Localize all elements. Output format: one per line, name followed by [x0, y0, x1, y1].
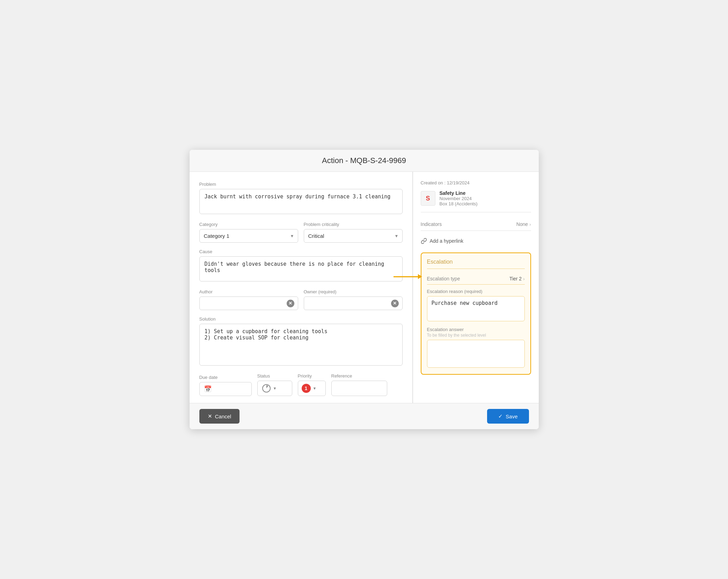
cause-input[interactable]: [199, 256, 403, 281]
solution-group: Solution: [199, 316, 403, 367]
escalation-title: Escalation: [427, 259, 525, 269]
escalation-answer-input[interactable]: [427, 340, 525, 368]
reference-group: Reference: [331, 373, 387, 396]
cause-group: Cause: [199, 249, 403, 283]
due-date-input[interactable]: 📅: [199, 382, 252, 396]
dialog-title: Action - MQB-S-24-9969: [201, 156, 528, 165]
cause-label: Cause: [199, 249, 403, 254]
cancel-icon: ✕: [208, 413, 212, 419]
save-checkmark-icon: ✓: [498, 413, 503, 419]
dialog-body: Problem Category Category 1 ▼ Problem cr…: [190, 172, 539, 403]
criticality-select[interactable]: Critical: [304, 229, 402, 242]
category-group: Category Category 1 ▼: [199, 222, 298, 243]
dialog-header: Action - MQB-S-24-9969: [190, 150, 539, 172]
dialog-footer: ✕ Cancel ✓ Save: [190, 403, 539, 429]
priority-label: Priority: [298, 373, 326, 379]
owner-label: Owner (required): [304, 289, 403, 294]
escalation-answer-group: Escalation answer To be filled by the se…: [427, 327, 525, 369]
reference-input[interactable]: [331, 381, 387, 396]
status-select[interactable]: ▼: [257, 381, 292, 396]
category-select[interactable]: Category 1: [200, 229, 298, 242]
escalation-answer-hint: To be filled by the selected level: [427, 333, 525, 338]
bottom-row: Due date 📅 Status ▼: [199, 373, 403, 396]
author-clear-button[interactable]: ✕: [287, 300, 294, 307]
author-owner-row: Author Erwan Cazaux ✕ Owner (required) E…: [199, 289, 403, 316]
arrow-line: [394, 276, 418, 277]
escalation-type-row[interactable]: Escalation type Tier 2 ›: [427, 273, 525, 285]
escalation-type-value: Tier 2 ›: [509, 276, 525, 281]
criticality-group: Problem criticality Critical ▼: [304, 222, 403, 243]
category-label: Category: [199, 222, 298, 227]
escalation-answer-label: Escalation answer: [427, 327, 525, 332]
cancel-label: Cancel: [215, 413, 231, 419]
criticality-select-wrapper[interactable]: Critical ▼: [304, 229, 403, 243]
created-on: Created on : 12/19/2024: [421, 180, 531, 185]
action-dialog: Action - MQB-S-24-9969 Problem Category …: [190, 150, 539, 429]
record-name: Safety Line: [440, 190, 478, 196]
owner-input[interactable]: Erwan Cazaux: [304, 297, 402, 310]
priority-group: Priority 1 ▼: [298, 373, 326, 396]
owner-input-wrapper: Erwan Cazaux ✕: [304, 296, 403, 310]
save-label: Save: [506, 413, 517, 419]
save-button[interactable]: ✓ Save: [487, 409, 529, 424]
author-input-wrapper: Erwan Cazaux ✕: [199, 296, 298, 310]
record-info: Safety Line November 2024 Box 18 (Accide…: [440, 190, 478, 206]
record-sub1: November 2024: [440, 196, 478, 201]
author-group: Author Erwan Cazaux ✕: [199, 289, 298, 310]
escalation-reason-group: Escalation reason (required): [427, 289, 525, 327]
link-icon: [421, 238, 427, 244]
owner-clear-button[interactable]: ✕: [391, 300, 399, 307]
escalation-reason-label: Escalation reason (required): [427, 289, 525, 294]
reference-label: Reference: [331, 373, 387, 379]
status-label: Status: [257, 373, 292, 379]
status-icon: [262, 384, 271, 393]
record-icon: S: [421, 191, 435, 206]
status-group: Status ▼: [257, 373, 292, 396]
escalation-type-chevron-icon: ›: [523, 276, 524, 281]
solution-label: Solution: [199, 316, 403, 322]
problem-input[interactable]: [199, 189, 403, 214]
due-date-label: Due date: [199, 375, 252, 380]
priority-select[interactable]: 1 ▼: [298, 381, 326, 396]
due-date-group: Due date 📅: [199, 375, 252, 396]
escalation-type-label: Escalation type: [427, 276, 460, 281]
problem-group: Problem: [199, 182, 403, 215]
arrow-head: [418, 274, 422, 279]
cancel-button[interactable]: ✕ Cancel: [199, 409, 240, 424]
indicators-value: None ›: [516, 221, 531, 227]
indicators-chevron-icon: ›: [529, 222, 531, 227]
calendar-icon: 📅: [204, 385, 212, 393]
priority-dropdown-caret: ▼: [313, 386, 317, 390]
priority-badge: 1: [302, 384, 311, 393]
indicators-row[interactable]: Indicators None ›: [421, 218, 531, 231]
status-dropdown-caret: ▼: [273, 386, 277, 390]
solution-input[interactable]: [199, 324, 403, 366]
category-criticality-row: Category Category 1 ▼ Problem criticalit…: [199, 222, 403, 249]
right-panel: Created on : 12/19/2024 S Safety Line No…: [413, 172, 539, 403]
escalation-reason-input[interactable]: [427, 296, 525, 321]
criticality-label: Problem criticality: [304, 222, 403, 227]
add-hyperlink-button[interactable]: Add a hyperlink: [421, 235, 531, 247]
category-select-wrapper[interactable]: Category 1 ▼: [199, 229, 298, 243]
left-panel: Problem Category Category 1 ▼ Problem cr…: [190, 172, 413, 403]
problem-label: Problem: [199, 182, 403, 187]
escalation-arrow: [394, 274, 422, 279]
indicators-label: Indicators: [421, 221, 442, 227]
author-label: Author: [199, 289, 298, 294]
record-sub2: Box 18 (Accidents): [440, 201, 478, 206]
add-hyperlink-label: Add a hyperlink: [430, 238, 464, 244]
owner-group: Owner (required) Erwan Cazaux ✕: [304, 289, 403, 310]
author-input[interactable]: Erwan Cazaux: [200, 297, 298, 310]
record-card[interactable]: S Safety Line November 2024 Box 18 (Acci…: [421, 190, 531, 212]
escalation-box: Escalation Escalation type Tier 2 › Esca…: [421, 252, 531, 375]
